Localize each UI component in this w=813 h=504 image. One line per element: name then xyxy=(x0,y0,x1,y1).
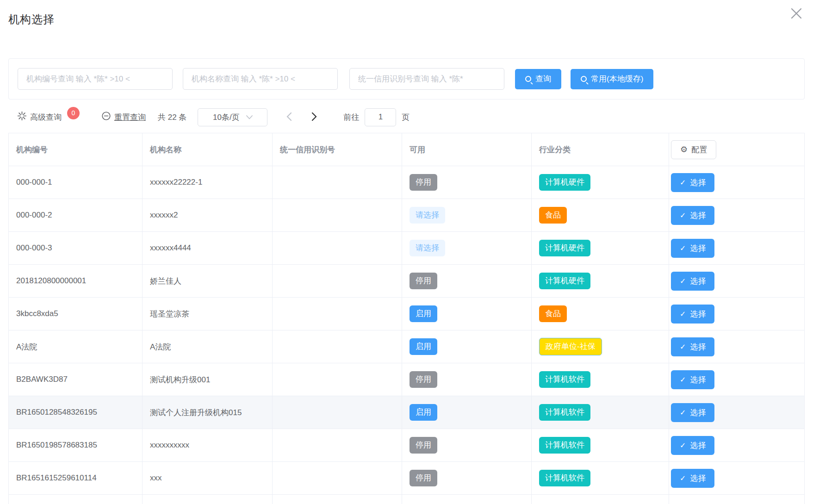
availability-badge[interactable]: 停用 xyxy=(410,371,437,388)
close-button[interactable] xyxy=(788,6,805,22)
select-button[interactable]: ✓ 选择 xyxy=(671,173,714,192)
industry-cell: 计算机硬件 xyxy=(532,265,669,298)
industry-cell: 计算机硬件 xyxy=(532,166,669,199)
industry-cell: 食品 xyxy=(532,199,669,232)
availability-cell: 停用 xyxy=(402,462,532,495)
table-row: BR1650128548326195 测试个人注册升级机构015 启用 计算机软… xyxy=(9,396,805,429)
prev-page-button[interactable] xyxy=(286,112,292,123)
credit-id-search-input[interactable] xyxy=(349,68,504,90)
credit-id-cell xyxy=(273,265,402,298)
config-button[interactable]: ⚙ 配置 xyxy=(671,140,716,159)
table-row: BR1650198578683185 xxxxxxxxxx 停用 计算机软件 ✓… xyxy=(9,429,805,462)
availability-cell: 停用 xyxy=(402,429,532,462)
org-code-cell: BR1650198578683185 xyxy=(9,429,143,462)
industry-cell: 计算机软件 xyxy=(532,363,669,396)
config-button-label: 配置 xyxy=(691,144,707,155)
page-suffix-label: 页 xyxy=(402,112,410,123)
advanced-search-link[interactable]: 高级查询 0 xyxy=(18,111,80,124)
select-button[interactable]: ✓ 选择 xyxy=(671,436,714,455)
table-row: B2BAWK3D87 测试机构升级001 停用 计算机软件 ✓ 选择 xyxy=(9,363,805,396)
next-page-button[interactable] xyxy=(311,112,317,123)
availability-badge[interactable]: 请选择 xyxy=(410,207,445,224)
org-code-search-input[interactable] xyxy=(18,68,173,90)
org-code-cell: BR1651615259610114 xyxy=(9,462,143,495)
modal-header: 机构选择 xyxy=(0,0,813,27)
reset-query-link[interactable]: 重置查询 xyxy=(102,112,146,123)
org-name-cell: 测试机构升级001 xyxy=(143,363,273,396)
table-header-row: 机构编号 机构名称 统一信用识别号 可用 行业分类 ⚙ 配置 xyxy=(9,133,805,166)
availability-badge[interactable]: 停用 xyxy=(410,470,437,486)
availability-badge[interactable]: 请选择 xyxy=(410,240,445,256)
availability-badge[interactable]: 启用 xyxy=(410,338,437,355)
minus-circle-icon xyxy=(102,112,111,123)
select-button[interactable]: ✓ 选择 xyxy=(671,272,714,291)
org-table: 机构编号 机构名称 统一信用识别号 可用 行业分类 ⚙ 配置 000-000-1… xyxy=(8,133,805,504)
availability-badge[interactable]: 启用 xyxy=(410,305,437,322)
chevron-down-icon xyxy=(246,112,253,122)
select-button-label: 选择 xyxy=(690,210,706,221)
availability-cell: 停用 xyxy=(402,363,532,396)
credit-id-cell xyxy=(273,330,402,363)
toolbar: 高级查询 0 重置查询 共 22 条 10条/页 前往 xyxy=(8,107,805,127)
header-org-code: 机构编号 xyxy=(9,133,143,166)
check-icon: ✓ xyxy=(680,408,686,417)
reset-query-label: 重置查询 xyxy=(114,112,146,123)
select-button[interactable]: ✓ 选择 xyxy=(671,305,714,324)
industry-cell: 计算机软件 xyxy=(532,462,669,495)
header-credit-id: 统一信用识别号 xyxy=(273,133,402,166)
org-code-cell: 000-000-1 xyxy=(9,166,143,199)
org-code-cell: B2BAWK3D87 xyxy=(9,363,143,396)
action-cell: ✓ 选择 xyxy=(669,396,805,429)
local-cache-button[interactable]: 常用(本地缓存) xyxy=(571,69,653,89)
industry-tag: 计算机软件 xyxy=(539,371,590,388)
org-name-cell: 测试个人注册升级机构015 xyxy=(143,396,273,429)
cache-button-label: 常用(本地缓存) xyxy=(591,74,643,84)
credit-id-cell xyxy=(273,298,402,330)
availability-cell: 请选择 xyxy=(402,232,532,265)
select-button-label: 选择 xyxy=(690,342,706,352)
availability-badge[interactable]: 停用 xyxy=(410,273,437,289)
availability-badge[interactable]: 停用 xyxy=(410,437,437,454)
availability-badge[interactable]: 启用 xyxy=(410,404,437,421)
org-name-search-input[interactable] xyxy=(183,68,338,90)
industry-tag: 计算机硬件 xyxy=(539,240,590,256)
availability-badge[interactable]: 停用 xyxy=(410,174,437,191)
action-cell: ✓ 选择 xyxy=(669,429,805,462)
select-button-label: 选择 xyxy=(690,374,706,385)
goto-page-input[interactable] xyxy=(365,108,396,126)
select-button[interactable]: ✓ 选择 xyxy=(671,206,714,225)
industry-tag: 计算机硬件 xyxy=(539,174,590,191)
org-name-cell: xxxxxx4444 xyxy=(143,232,273,265)
search-icon xyxy=(581,76,587,82)
advanced-search-label: 高级查询 xyxy=(30,112,62,123)
availability-cell: 启用 xyxy=(402,396,532,429)
industry-cell: 计算机软件 xyxy=(532,396,669,429)
select-button[interactable]: ✓ 选择 xyxy=(671,403,714,422)
search-icon xyxy=(525,76,531,82)
modal-title: 机构选择 xyxy=(8,12,802,27)
chevron-right-icon xyxy=(311,112,317,123)
table-row: 2018120800000001 娇兰佳人 停用 计算机硬件 ✓ 选择 xyxy=(9,265,805,298)
select-button[interactable]: ✓ 选择 xyxy=(671,239,714,258)
industry-tag: 食品 xyxy=(539,207,567,224)
select-button[interactable]: ✓ 选择 xyxy=(671,469,714,488)
industry-tag: 计算机硬件 xyxy=(539,273,590,289)
select-button[interactable]: ✓ 选择 xyxy=(671,337,714,356)
credit-id-cell xyxy=(273,199,402,232)
page-size-select[interactable]: 10条/页 xyxy=(198,108,267,126)
action-cell: ✓ 选择 xyxy=(669,330,805,363)
total-count: 共 22 条 xyxy=(158,112,186,123)
credit-id-cell xyxy=(273,396,402,429)
check-icon: ✓ xyxy=(680,244,686,253)
org-code-cell: 2018120800000001 xyxy=(9,265,143,298)
query-button[interactable]: 查询 xyxy=(515,69,561,89)
table-row: 000-000-3 xxxxxx4444 请选择 计算机硬件 ✓ 选择 xyxy=(9,232,805,265)
credit-id-cell xyxy=(273,232,402,265)
check-icon: ✓ xyxy=(680,211,686,220)
action-cell: ✓ 选择 xyxy=(669,199,805,232)
check-icon: ✓ xyxy=(680,342,686,351)
industry-cell: 政府单位-社保 xyxy=(532,330,669,363)
select-button[interactable]: ✓ 选择 xyxy=(671,370,714,389)
industry-tag: 计算机软件 xyxy=(539,404,590,421)
action-cell: ✓ 选择 xyxy=(669,363,805,396)
